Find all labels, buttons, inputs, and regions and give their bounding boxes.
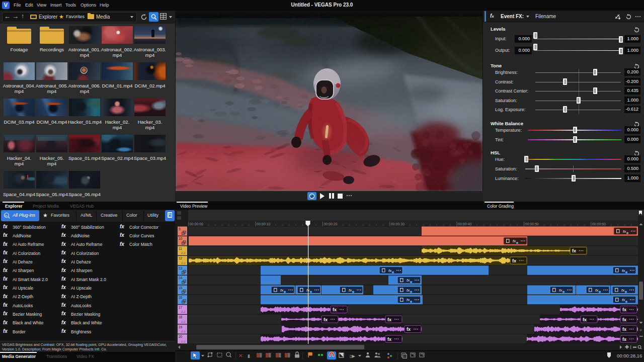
svg-text:fx: fx [623, 229, 626, 234]
svg-text:fx: fx [622, 337, 626, 342]
svg-text:fx: fx [583, 317, 587, 322]
svg-text:+: + [639, 328, 642, 333]
svg-text:00:00:50: 00:00:50 [525, 222, 539, 226]
svg-text:17: 17 [179, 306, 183, 309]
svg-text:fx: fx [5, 214, 8, 217]
svg-text:fx: fx [388, 268, 392, 273]
svg-text:fx: fx [622, 307, 626, 312]
svg-text:fx: fx [324, 317, 328, 322]
svg-text:fx: fx [280, 288, 284, 293]
svg-text:15: 15 [179, 286, 183, 290]
svg-text:▯▶: ▯▶ [350, 354, 355, 358]
svg-text:00:00:00: 00:00:00 [190, 222, 203, 226]
svg-text:fx: fx [333, 307, 337, 312]
svg-text:00:00:40: 00:00:40 [458, 222, 471, 226]
svg-text:00:00:30: 00:00:30 [391, 222, 405, 226]
svg-text:♫♫: ♫♫ [181, 339, 186, 343]
svg-text:fx: fx [387, 317, 391, 322]
svg-text:10: 10 [179, 237, 183, 240]
svg-text:fx: fx [572, 248, 576, 253]
svg-text:fx: fx [621, 288, 625, 293]
svg-text:13: 13 [179, 266, 183, 270]
svg-text:fx: fx [622, 298, 625, 302]
svg-text:fx: fx [407, 278, 410, 283]
svg-text:00:00:60: 00:00:60 [592, 222, 606, 226]
svg-text:fx: fx [622, 317, 626, 322]
svg-text:fx: fx [622, 327, 626, 332]
svg-text:fx: fx [595, 288, 599, 293]
svg-text:12: 12 [179, 256, 183, 260]
svg-text:11: 11 [179, 247, 182, 250]
svg-text:fx: fx [407, 288, 410, 293]
svg-text:14: 14 [179, 276, 183, 280]
svg-text:fx: fx [407, 298, 410, 302]
svg-text:fx: fx [559, 288, 562, 293]
svg-text:9: 9 [179, 227, 181, 231]
svg-text:♫♫: ♫♫ [181, 251, 186, 254]
svg-text:♫♫: ♫♫ [181, 329, 186, 333]
svg-text:00:00:10: 00:00:10 [257, 222, 270, 226]
svg-text:fx: fx [349, 288, 352, 293]
svg-text:▮: ▮ [248, 353, 250, 358]
svg-text:fx: fx [407, 327, 411, 332]
svg-text:00:00:28,16: 00:00:28,16 [617, 353, 642, 358]
svg-text:♫♫: ♫♫ [181, 261, 186, 264]
svg-text:♫♫: ♫♫ [181, 320, 186, 323]
svg-text:19: 19 [179, 325, 183, 329]
svg-text:fx: fx [512, 258, 516, 263]
svg-text:♫♫: ♫♫ [181, 310, 186, 313]
svg-text:18: 18 [179, 315, 183, 319]
svg-text:16: 16 [179, 296, 183, 299]
svg-text:fx: fx [513, 239, 516, 243]
svg-text:fx: fx [622, 268, 625, 273]
svg-text:✕: ✕ [238, 353, 243, 358]
svg-text:00:00:20: 00:00:20 [324, 222, 337, 226]
svg-text:fx: fx [387, 337, 391, 342]
svg-text:20: 20 [179, 335, 183, 338]
